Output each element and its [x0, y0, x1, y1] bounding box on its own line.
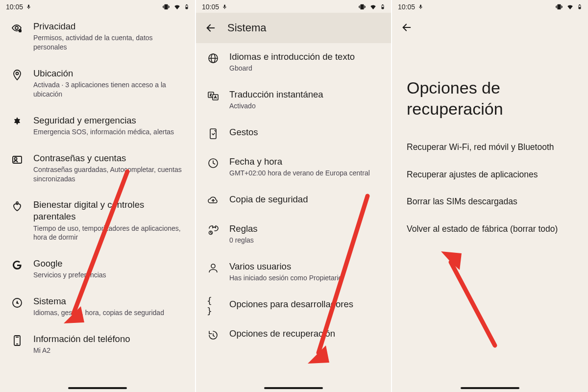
system-item-reset[interactable]: Opciones de recuperación: [196, 320, 391, 349]
item-label: Gestos: [229, 126, 380, 138]
wifi-icon: [369, 3, 377, 10]
item-sub: Has iniciado sesión como Propietario: [229, 273, 380, 283]
svg-rect-1: [186, 4, 187, 5]
svg-rect-34: [579, 7, 580, 9]
annotation-arrow: [431, 247, 510, 350]
translate-icon: [207, 90, 220, 102]
item-label: Seguridad y emergencias: [33, 115, 184, 126]
users-icon: [207, 262, 220, 274]
settings-item-location[interactable]: UbicaciónActivada · 3 aplicaciones tiene…: [0, 60, 195, 107]
system-item-gestures[interactable]: Gestos: [196, 119, 391, 148]
item-label: Traducción instantánea: [229, 89, 380, 100]
battery-icon: [184, 3, 189, 11]
system-item-users[interactable]: Varios usuariosHas iniciado sesión como …: [196, 253, 391, 291]
system-item-translate[interactable]: Traducción instantáneaActivado: [196, 81, 391, 119]
vibrate-icon: [358, 3, 366, 10]
mic-icon: [418, 3, 423, 10]
item-sub: Activado: [229, 101, 380, 111]
svg-rect-19: [382, 7, 383, 9]
reset-item-network[interactable]: Recuperar Wi-Fi, red móvil y Bluetooth: [392, 134, 588, 161]
settings-item-system[interactable]: SistemaIdiomas, gestos, hora, copias de …: [0, 288, 195, 325]
item-sub: Tiempo de uso, temporizadores de aplicac…: [33, 224, 184, 243]
mic-icon: [26, 3, 31, 10]
back-button[interactable]: [205, 22, 217, 34]
status-bar: 10:05: [196, 0, 391, 13]
item-sub: Permisos, actividad de la cuenta, datos …: [33, 33, 184, 52]
item-sub: Contraseñas guardadas, Autocompletar, cu…: [33, 165, 184, 184]
item-label: Fecha y hora: [229, 156, 380, 168]
battery-icon: [577, 3, 582, 11]
clock-icon: [207, 157, 220, 170]
system-item-developer[interactable]: { } Opciones para desarrolladores: [196, 291, 391, 320]
system-icon: [11, 296, 24, 309]
item-label: Información del teléfono: [33, 333, 184, 345]
item-sub: GMT+02:00 hora de verano de Europa centr…: [229, 169, 380, 178]
item-sub: Mi A2: [33, 346, 184, 355]
about-phone-icon: [11, 334, 24, 347]
settings-item-passwords[interactable]: Contraseñas y cuentasContraseñas guardad…: [0, 145, 195, 192]
item-label: Ubicación: [33, 68, 184, 79]
reset-item-esim[interactable]: Borrar las SIMs descargadas: [392, 188, 588, 216]
appbar-title: Sistema: [227, 22, 266, 34]
item-sub: Gboard: [229, 64, 380, 73]
system-settings-screen: 10:05 Sistema Idiomas e introducción de …: [196, 0, 392, 392]
wellbeing-icon: [11, 200, 24, 213]
home-indicator[interactable]: [461, 387, 519, 389]
svg-marker-37: [441, 251, 462, 270]
settings-item-privacy[interactable]: PrivacidadPermisos, actividad de la cuen…: [0, 13, 195, 60]
status-time: 10:05: [202, 3, 219, 11]
gestures-icon: [207, 127, 220, 140]
location-icon: [11, 69, 24, 81]
svg-rect-33: [579, 4, 580, 5]
settings-item-emergency[interactable]: Seguridad y emergenciasEmergencia SOS, i…: [0, 107, 195, 145]
item-label: Contraseñas y cuentas: [33, 152, 184, 164]
item-sub: Idiomas, gestos, hora, copias de segurid…: [33, 308, 184, 318]
wifi-icon: [173, 3, 181, 10]
svg-point-3: [15, 26, 18, 29]
system-item-languages[interactable]: Idiomas e introducción de textoGboard: [196, 43, 391, 81]
svg-point-8: [15, 157, 17, 160]
privacy-icon: [11, 22, 24, 34]
passwords-icon: [11, 153, 24, 166]
settings-list[interactable]: PrivacidadPermisos, actividad de la cuen…: [0, 13, 195, 392]
home-indicator[interactable]: [68, 387, 127, 389]
status-bar: 10:05: [392, 0, 588, 13]
reset-item-factory[interactable]: Volver al estado de fábrica (borrar todo…: [392, 216, 588, 243]
item-label: Copia de seguridad: [229, 194, 380, 205]
developer-icon: { }: [207, 299, 220, 312]
language-icon: [207, 52, 220, 65]
mic-icon: [222, 3, 227, 10]
settings-item-wellbeing[interactable]: Bienestar digital y controles parentales…: [0, 191, 195, 250]
system-list[interactable]: Idiomas e introducción de textoGboard Tr…: [196, 43, 391, 349]
settings-item-google[interactable]: GoogleServicios y preferencias: [0, 250, 195, 288]
rules-icon: [207, 224, 220, 237]
item-label: Opciones para desarrolladores: [229, 298, 380, 310]
app-bar: Sistema: [196, 13, 391, 43]
back-arrow-icon: [401, 22, 412, 33]
vibrate-icon: [555, 3, 563, 10]
back-button[interactable]: [401, 22, 413, 33]
home-indicator[interactable]: [264, 387, 323, 389]
item-label: Sistema: [33, 295, 184, 307]
system-item-rules[interactable]: Reglas0 reglas: [196, 215, 391, 253]
reset-item-apps[interactable]: Recuperar ajustes de aplicaciones: [392, 161, 588, 189]
svg-rect-26: [210, 129, 216, 139]
item-label: Reglas: [229, 223, 380, 235]
item-label: Idiomas e introducción de texto: [229, 51, 380, 63]
settings-item-about-phone[interactable]: Información del teléfonoMi A2: [0, 325, 195, 363]
app-bar: [392, 13, 588, 33]
back-arrow-icon: [205, 23, 216, 33]
emergency-icon: [11, 116, 24, 128]
system-item-datetime[interactable]: Fecha y horaGMT+02:00 hora de verano de …: [196, 148, 391, 186]
reset-options-list[interactable]: Recuperar Wi-Fi, red móvil y Bluetooth R…: [392, 134, 588, 243]
status-bar: 10:05: [0, 0, 195, 13]
svg-point-9: [16, 202, 18, 204]
status-time: 10:05: [398, 3, 415, 11]
item-sub: Emergencia SOS, información médica, aler…: [33, 127, 184, 137]
item-sub: Activada · 3 aplicaciones tienen acceso …: [33, 80, 184, 99]
item-label: Privacidad: [33, 21, 184, 32]
status-time: 10:05: [6, 3, 23, 11]
item-sub: Servicios y preferencias: [33, 270, 184, 280]
system-item-backup[interactable]: Copia de seguridad: [196, 186, 391, 215]
svg-line-36: [451, 262, 495, 345]
